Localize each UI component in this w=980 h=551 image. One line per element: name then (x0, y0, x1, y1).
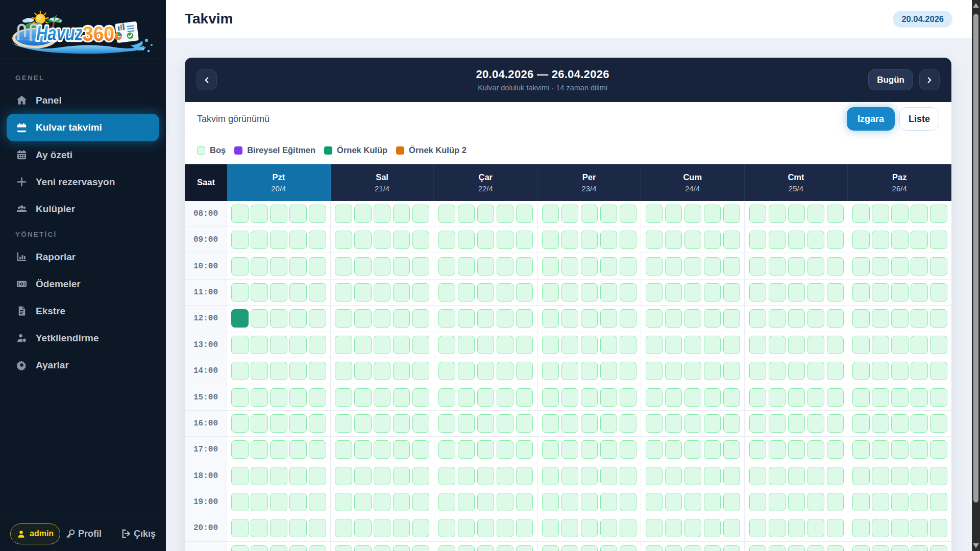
svg-text:360: 360 (83, 22, 114, 45)
svg-text:Havuz: Havuz (36, 22, 83, 44)
